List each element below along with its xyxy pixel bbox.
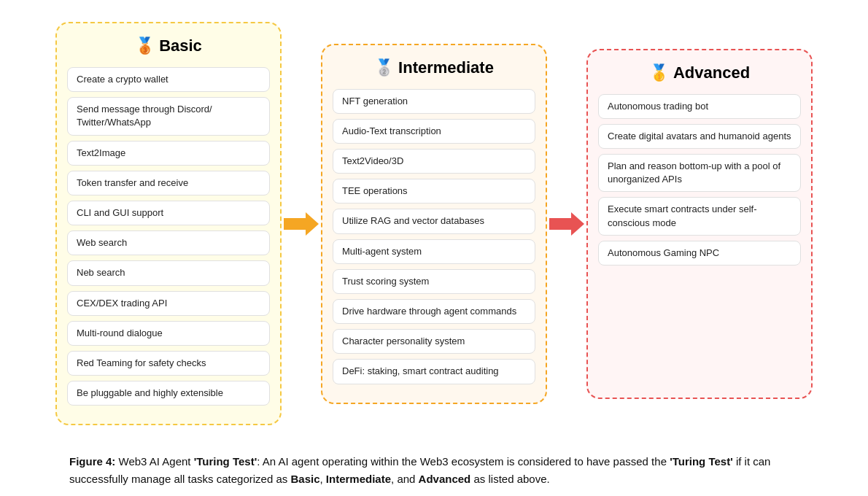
list-item: Text2Video/3D <box>333 149 535 174</box>
svg-marker-1 <box>549 212 584 236</box>
list-item: Token transfer and receive <box>67 171 270 195</box>
arrow-intermediate-to-advanced <box>547 211 586 237</box>
basic-medal: 🥉 <box>135 36 155 55</box>
intermediate-title: 🥈 Intermediate <box>374 58 494 77</box>
list-item: Multi-agent system <box>333 239 535 264</box>
basic-title: 🥉 Basic <box>135 36 202 55</box>
list-item: Text2Image <box>67 141 270 166</box>
list-item: Utilize RAG and vector databases <box>333 209 535 233</box>
list-item: Red Teaming for safety checks <box>67 351 270 376</box>
list-item: Be pluggable and highly extensible <box>67 381 270 406</box>
advanced-title: 🥇 Advanced <box>649 63 750 82</box>
list-item: Autonomous Gaming NPC <box>598 241 801 266</box>
list-item: TEE operations <box>333 179 535 204</box>
intermediate-column: 🥈 Intermediate NFT generationAudio-Text … <box>321 44 547 404</box>
figure-label: Figure 4: <box>69 455 115 468</box>
figure-caption: Figure 4: Web3 AI Agent 'Turing Test': A… <box>69 453 799 488</box>
list-item: Plan and reason bottom-up with a pool of… <box>598 154 801 192</box>
list-item: DeFi: staking, smart contract auditing <box>333 359 535 384</box>
list-item: Multi-round dialogue <box>67 321 270 346</box>
basic-column: 🥉 Basic Create a crypto walletSend messa… <box>55 22 282 425</box>
list-item: Create digital avatars and humanoid agen… <box>598 124 801 149</box>
intermediate-medal: 🥈 <box>374 58 394 77</box>
caption-text: Web3 AI Agent 'Turing Test': An AI agent… <box>69 455 770 485</box>
advanced-medal: 🥇 <box>649 63 669 82</box>
list-item: CLI and GUI support <box>67 201 270 225</box>
arrow-basic-to-intermediate <box>282 211 321 237</box>
list-item: Execute smart contracts under self-consc… <box>598 197 801 235</box>
list-item: Audio-Text transcription <box>333 119 535 144</box>
list-item: Character personality system <box>333 329 535 354</box>
list-item: Create a crypto wallet <box>67 67 270 92</box>
diagram: 🥉 Basic Create a crypto walletSend messa… <box>29 22 839 425</box>
list-item: Neb search <box>67 260 270 285</box>
list-item: Drive hardware through agent commands <box>333 299 535 324</box>
list-item: CEX/DEX trading API <box>67 291 270 316</box>
list-item: NFT generation <box>333 89 535 114</box>
advanced-column: 🥇 Advanced Autonomous trading botCreate … <box>586 49 813 399</box>
list-item: Send message through Discord/ Twitter/Wh… <box>67 97 270 135</box>
list-item: Trust scoring system <box>333 269 535 294</box>
svg-marker-0 <box>284 212 319 236</box>
list-item: Autonomous trading bot <box>598 94 801 119</box>
list-item: Web search <box>67 230 270 255</box>
